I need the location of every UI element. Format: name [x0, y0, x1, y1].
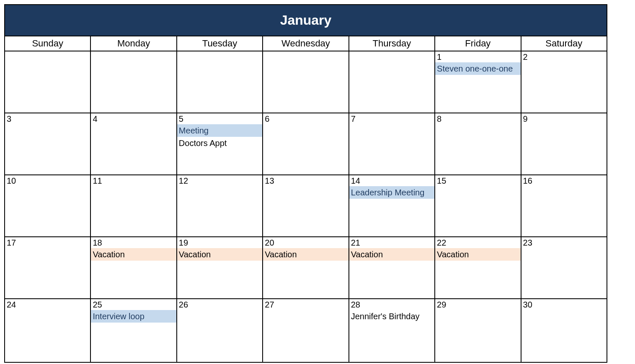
day-cell[interactable]: 28Jennifer's Birthday	[349, 299, 435, 362]
calendar-week-row: 1718Vacation19Vacation20Vacation21Vacati…	[5, 237, 607, 299]
date-number: 10	[5, 175, 90, 186]
date-number: 14	[349, 175, 434, 186]
date-number: 11	[91, 175, 176, 186]
date-number: 5	[177, 113, 262, 124]
calendar-event[interactable]: Leadership Meeting	[349, 186, 434, 199]
calendar-table: January Sunday Monday Tuesday Wednesday …	[4, 4, 607, 363]
day-cell[interactable]	[349, 51, 435, 113]
day-header-monday: Monday	[90, 36, 176, 51]
date-number: 23	[521, 237, 607, 248]
calendar-event[interactable]: Meeting	[177, 124, 262, 137]
day-cell[interactable]: 18Vacation	[90, 237, 176, 299]
calendar-week-row: 1011121314Leadership Meeting1516	[5, 175, 607, 237]
calendar-week-row: 2425Interview loop262728Jennifer's Birth…	[5, 299, 607, 362]
day-cell[interactable]: 2	[521, 51, 607, 113]
day-header-wednesday: Wednesday	[263, 36, 348, 51]
day-cell[interactable]: 12	[177, 175, 263, 237]
day-cell[interactable]: 22Vacation	[435, 237, 521, 299]
day-cell[interactable]: 7	[349, 113, 435, 175]
day-header-friday: Friday	[435, 36, 521, 51]
date-number: 16	[521, 175, 607, 186]
day-cell[interactable]: 25Interview loop	[90, 299, 176, 362]
day-header-saturday: Saturday	[521, 36, 607, 51]
calendar-event[interactable]: Vacation	[91, 248, 176, 261]
calendar-event[interactable]: Jennifer's Birthday	[349, 310, 434, 323]
date-number: 4	[91, 113, 176, 124]
calendar-event[interactable]: Steven one-one-one	[435, 62, 520, 75]
calendar-event[interactable]: Vacation	[263, 248, 348, 261]
day-cell[interactable]: 1Steven one-one-one	[435, 51, 521, 113]
calendar-event[interactable]: Doctors Appt	[177, 137, 262, 149]
day-cell[interactable]: 26	[177, 299, 263, 362]
day-cell[interactable]: 4	[90, 113, 176, 175]
day-cell[interactable]: 17	[5, 237, 90, 299]
day-cell[interactable]: 27	[263, 299, 348, 362]
day-cell[interactable]	[177, 51, 263, 113]
date-number: 6	[263, 113, 348, 124]
date-number: 22	[435, 237, 520, 248]
date-number: 25	[91, 299, 176, 310]
date-number: 20	[263, 237, 348, 248]
day-cell[interactable]: 11	[90, 175, 176, 237]
day-cell[interactable]: 16	[521, 175, 607, 237]
calendar-week-row: 345MeetingDoctors Appt6789	[5, 113, 607, 175]
day-cell[interactable]: 30	[521, 299, 607, 362]
day-cell[interactable]: 29	[435, 299, 521, 362]
day-header-row: Sunday Monday Tuesday Wednesday Thursday…	[5, 36, 607, 51]
day-cell[interactable]: 24	[5, 299, 90, 362]
calendar-week-row: 1Steven one-one-one2	[5, 51, 607, 113]
date-number: 8	[435, 113, 520, 124]
date-number: 17	[5, 237, 90, 248]
day-header-thursday: Thursday	[349, 36, 435, 51]
day-cell[interactable]: 8	[435, 113, 521, 175]
date-number: 29	[435, 299, 520, 310]
day-cell[interactable]: 3	[5, 113, 90, 175]
day-cell[interactable]: 23	[521, 237, 607, 299]
calendar-body: 1Steven one-one-one2345MeetingDoctors Ap…	[5, 51, 607, 362]
date-number: 2	[521, 51, 607, 62]
day-cell[interactable]: 19Vacation	[177, 237, 263, 299]
date-number: 18	[91, 237, 176, 248]
day-cell[interactable]	[90, 51, 176, 113]
day-cell[interactable]	[5, 51, 90, 113]
date-number: 13	[263, 175, 348, 186]
date-number: 12	[177, 175, 262, 186]
date-number: 19	[177, 237, 262, 248]
month-title: January	[5, 5, 607, 36]
day-cell[interactable]: 5MeetingDoctors Appt	[177, 113, 263, 175]
day-cell[interactable]: 14Leadership Meeting	[349, 175, 435, 237]
day-cell[interactable]: 15	[435, 175, 521, 237]
date-number: 21	[349, 237, 434, 248]
date-number: 15	[435, 175, 520, 186]
day-cell[interactable]	[263, 51, 348, 113]
day-header-sunday: Sunday	[5, 36, 90, 51]
day-header-tuesday: Tuesday	[177, 36, 263, 51]
date-number: 1	[435, 51, 520, 62]
date-number: 30	[521, 299, 607, 310]
date-number: 24	[5, 299, 90, 310]
date-number: 3	[5, 113, 90, 124]
day-cell[interactable]: 10	[5, 175, 90, 237]
calendar-event[interactable]: Vacation	[435, 248, 520, 261]
day-cell[interactable]: 9	[521, 113, 607, 175]
calendar-event[interactable]: Vacation	[177, 248, 262, 261]
calendar-event[interactable]: Vacation	[349, 248, 434, 261]
date-number: 9	[521, 113, 607, 124]
day-cell[interactable]: 6	[263, 113, 348, 175]
calendar-event[interactable]: Interview loop	[91, 310, 176, 323]
date-number: 27	[263, 299, 348, 310]
day-cell[interactable]: 20Vacation	[263, 237, 348, 299]
date-number: 26	[177, 299, 262, 310]
day-cell[interactable]: 13	[263, 175, 348, 237]
date-number: 7	[349, 113, 434, 124]
date-number: 28	[349, 299, 434, 310]
day-cell[interactable]: 21Vacation	[349, 237, 435, 299]
